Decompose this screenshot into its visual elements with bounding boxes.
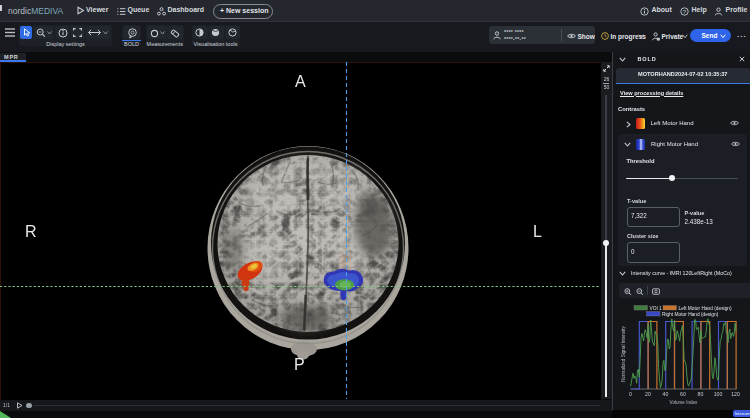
svg-text:40: 40 [663,391,669,397]
svg-text:Volume Index: Volume Index [670,400,699,405]
svg-text:?: ? [683,8,687,14]
svg-text:Normalized Signal Intensity: Normalized Signal Intensity [621,325,626,381]
svg-text:P: P [294,356,305,373]
svg-text:A: A [295,73,306,90]
svg-text:R: R [25,223,37,240]
svg-text:80: 80 [698,391,704,397]
svg-text:Left Motor Hand (design): Left Motor Hand (design) [679,306,732,311]
svg-text:120: 120 [731,391,740,397]
svg-text:Right Motor Hand (design): Right Motor Hand (design) [662,312,719,317]
svg-text:0: 0 [629,391,632,397]
svg-text:L: L [533,223,542,240]
svg-text:60: 60 [680,391,686,397]
svg-text:100: 100 [714,391,723,397]
svg-text:VOI 1: VOI 1 [650,306,663,311]
svg-text:20: 20 [645,391,651,397]
